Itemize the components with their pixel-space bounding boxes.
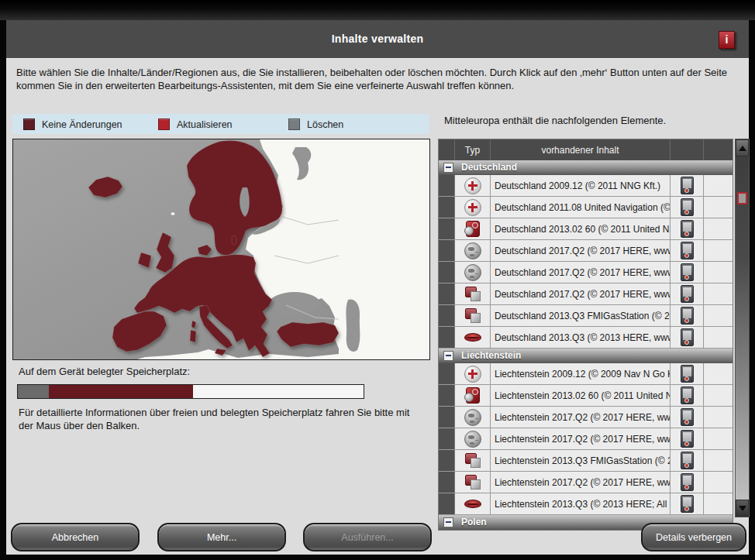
details-toggle-button[interactable]: Details verbergen <box>641 523 746 551</box>
storage-segment-maps[interactable] <box>49 385 193 398</box>
device-icon[interactable] <box>681 328 694 346</box>
table-row[interactable]: Deutschland 2017.Q2 (© 2017 HERE, www.nn… <box>439 283 733 305</box>
content-label: Liechtenstein 2013.02 60 (© 2011 United … <box>491 385 671 406</box>
globe-icon <box>464 409 481 426</box>
execute-button[interactable]: Ausführen... <box>303 523 432 551</box>
group-header-liechtenstein[interactable]: Liechtenstein <box>439 349 733 363</box>
legend-bar: Keine Änderungen Aktualisieren Löschen <box>12 114 429 134</box>
table-row[interactable]: Liechtenstein 2017.Q2 (© 2017 HERE, www.… <box>439 428 733 450</box>
storage-bar[interactable] <box>17 384 364 399</box>
intro-text: Bitte wählen Sie die Inhalte/Länder/Regi… <box>16 66 746 92</box>
poi-icon <box>465 308 481 323</box>
map-add-icon <box>464 199 481 216</box>
device-icon[interactable] <box>681 177 694 194</box>
device-icon[interactable] <box>681 430 694 448</box>
table-row[interactable]: Liechtenstein 2013.Q3 FMIGasStation (© 2… <box>439 450 733 472</box>
globe-icon <box>464 431 481 448</box>
content-label: Deutschland 2013.Q3 (© 2013 HERE, www.nn… <box>491 327 671 348</box>
scrollbar[interactable] <box>735 139 750 517</box>
map-add-icon <box>464 366 481 383</box>
collapse-icon[interactable] <box>443 163 453 173</box>
content-label: Liechtenstein 2017.Q2 (© 2017 HERE, www.… <box>491 428 671 449</box>
table-row[interactable]: Liechtenstein 2009.12 (© 2009 Nav N Go K… <box>439 363 733 385</box>
device-icon[interactable] <box>681 198 694 216</box>
page-title: Inhalte verwalten <box>6 20 749 58</box>
voice-icon <box>464 333 481 342</box>
content-label: Deutschland 2017.Q2 (© 2017 HERE, www.nn… <box>491 262 671 283</box>
column-typ: Typ <box>455 139 491 160</box>
window-top-frame <box>0 0 755 20</box>
poi-icon <box>465 287 481 301</box>
group-name: Liechtenstein <box>461 350 521 361</box>
group-name: Deutschland <box>461 162 517 173</box>
device-icon[interactable] <box>681 452 694 469</box>
europe-map-svg <box>13 139 429 359</box>
faroe-islands <box>171 212 175 215</box>
collapse-icon[interactable] <box>443 517 453 527</box>
voice-icon <box>464 500 481 508</box>
content-area: Bitte wählen Sie die Inhalte/Länder/Regi… <box>6 58 749 555</box>
black-sea <box>269 292 320 315</box>
content-label: Deutschland 2011.08 United Navigation (©… <box>491 197 671 218</box>
storage-segment-other[interactable] <box>18 385 49 398</box>
table-row[interactable]: Liechtenstein 2013.Q3 (© 2013 HERE; All … <box>439 493 733 515</box>
group-name: Polen <box>461 517 487 527</box>
content-label: Liechtenstein 2017.Q2 (© 2017 HERE, www.… <box>491 407 671 428</box>
column-content: vorhandener Inhalt <box>491 139 671 160</box>
content-label: Liechtenstein 2013.Q3 FMIGasStation (© 2… <box>491 450 671 471</box>
table-row[interactable]: Liechtenstein 2013.02 60 (© 2011 United … <box>439 385 733 407</box>
device-icon[interactable] <box>681 473 694 491</box>
storage-label: Auf dem Gerät belegter Speicherplatz: <box>19 366 190 377</box>
group-header-deutschland[interactable]: Deutschland <box>439 160 733 175</box>
island-gotland <box>232 235 236 245</box>
content-label: Liechtenstein 2013.Q3 (© 2013 HERE; All … <box>491 493 671 514</box>
device-icon[interactable] <box>681 285 694 303</box>
title-bar: Inhalte verwalten i <box>6 20 749 59</box>
arrow-up-icon <box>739 146 746 151</box>
content-label: Deutschland 2017.Q2 (© 2017 HERE, www.nn… <box>491 283 671 304</box>
scroll-down-button[interactable] <box>736 500 749 517</box>
table-row[interactable]: Deutschland 2013.02 60 (© 2011 United Na… <box>439 218 733 240</box>
speedcam-icon <box>466 387 480 404</box>
device-icon[interactable] <box>681 263 694 281</box>
table-row[interactable]: Deutschland 2009.12 (© 2011 NNG Kft.) <box>439 175 733 197</box>
speedcam-icon <box>466 221 480 237</box>
legend-item-delete: Löschen <box>288 119 343 130</box>
table-row[interactable]: Deutschland 2017.Q2 (© 2017 HERE, www.nn… <box>439 240 733 262</box>
info-icon[interactable]: i <box>719 31 735 49</box>
table-row[interactable]: Liechtenstein 2017.Q2 (© 2017 HERE, www.… <box>439 472 733 493</box>
collapse-icon[interactable] <box>443 351 453 361</box>
country-turkey <box>277 322 339 347</box>
arrow-down-icon <box>739 506 746 511</box>
panel-caption: Mitteleuropa enthält die nachfolgenden E… <box>444 115 666 126</box>
content-label: Deutschland 2013.Q3 FMIGasStation (© 201… <box>491 305 671 326</box>
device-icon[interactable] <box>681 408 694 426</box>
cancel-button[interactable]: Abbrechen <box>11 523 140 551</box>
keep-color-swatch <box>23 119 35 130</box>
app-window: Inhalte verwalten i Bitte wählen Sie die… <box>0 0 755 560</box>
table-row[interactable]: Liechtenstein 2017.Q2 (© 2017 HERE, www.… <box>439 407 733 428</box>
poi-icon <box>465 453 481 468</box>
table-row[interactable]: Deutschland 2011.08 United Navigation (©… <box>439 197 733 218</box>
caspian-sea <box>346 299 360 352</box>
device-icon[interactable] <box>681 365 694 383</box>
europe-map[interactable] <box>12 139 430 360</box>
legend-item-update: Aktualisieren <box>158 119 233 130</box>
table-row[interactable]: Deutschland 2017.Q2 (© 2017 HERE, www.nn… <box>439 262 733 283</box>
device-icon[interactable] <box>681 242 694 259</box>
legend-label: Aktualisieren <box>177 119 233 130</box>
device-icon[interactable] <box>681 307 694 325</box>
table-row[interactable]: Deutschland 2013.Q3 (© 2013 HERE, www.nn… <box>439 327 733 349</box>
device-icon[interactable] <box>681 495 694 513</box>
content-label: Deutschland 2009.12 (© 2011 NNG Kft.) <box>491 175 671 196</box>
device-icon[interactable] <box>681 220 694 238</box>
device-icon[interactable] <box>681 387 694 404</box>
scroll-up-button[interactable] <box>736 139 749 156</box>
globe-icon <box>464 242 481 259</box>
scrollbar-thumb[interactable] <box>737 192 747 204</box>
storage-hint: Für detaillierte Informationen über frei… <box>19 406 422 432</box>
content-label: Liechtenstein 2009.12 (© 2009 Nav N Go K… <box>491 363 671 384</box>
more-button[interactable]: Mehr... <box>157 523 286 551</box>
poi-icon <box>465 475 481 490</box>
table-row[interactable]: Deutschland 2013.Q3 FMIGasStation (© 201… <box>439 305 733 327</box>
